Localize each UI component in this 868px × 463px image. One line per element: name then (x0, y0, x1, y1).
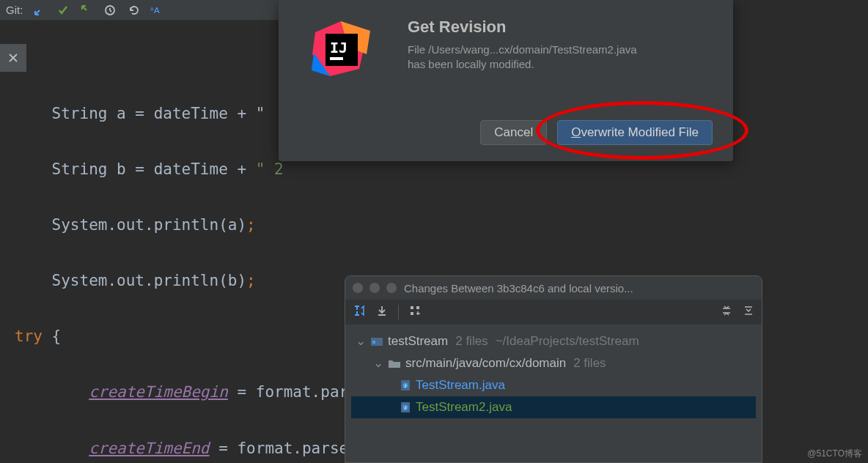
code-line: System.out.println(a); (15, 211, 868, 239)
git-toolbar: Git: ᴬA (0, 0, 279, 21)
tree-file-name: TestStream.java (416, 374, 505, 396)
get-revision-dialog: IJ Get Revision File /Users/wang...cx/do… (279, 0, 733, 161)
git-translate-icon[interactable]: ᴬA (150, 4, 163, 17)
svg-rect-13 (372, 341, 375, 344)
tree-file-selected[interactable]: J TestStream2.java (351, 396, 756, 418)
changes-toolbar (345, 300, 762, 325)
svg-text:IJ: IJ (330, 39, 347, 56)
cancel-button[interactable]: Cancel (480, 120, 547, 145)
folder-icon (388, 358, 401, 369)
git-rollback-icon[interactable] (127, 4, 140, 17)
tree-dir-count: 2 files (573, 352, 606, 374)
tree-root-count: 2 files (455, 330, 488, 352)
tree-root-path: ~/IdeaProjects/testStream (496, 330, 639, 352)
collapse-icon[interactable] (743, 305, 754, 319)
watermark: @51CTO博客 (807, 448, 862, 460)
download-icon[interactable] (376, 305, 388, 319)
tab-close-button[interactable] (0, 44, 26, 72)
svg-rect-7 (330, 57, 343, 60)
changes-titlebar[interactable]: Changes Between 3b3c84c6 and local versi… (345, 276, 762, 300)
chevron-down-icon[interactable]: ⌄ (356, 330, 366, 352)
editor-gutter-top (0, 21, 279, 63)
tree-root[interactable]: ⌄ testStream 2 files ~/IdeaProjects/test… (351, 330, 756, 352)
changes-title: Changes Between 3b3c84c6 and local versi… (404, 282, 754, 295)
java-file-icon: J (400, 401, 411, 413)
git-update-icon[interactable] (33, 4, 46, 17)
svg-text:J: J (404, 406, 406, 410)
dialog-message: File /Users/wang...cx/domain/TestStream2… (408, 42, 716, 72)
window-traffic-lights[interactable] (353, 283, 397, 293)
git-commit-icon[interactable] (56, 4, 70, 17)
tree-root-name: testStream (388, 330, 448, 352)
svg-text:J: J (404, 384, 406, 388)
dialog-buttons: Cancel Overwrite Modified File (480, 120, 713, 145)
git-push-icon[interactable] (80, 4, 93, 17)
tree-dir-name: src/main/java/com/cx/domain (405, 352, 566, 374)
changes-tree: ⌄ testStream 2 files ~/IdeaProjects/test… (345, 325, 762, 424)
git-history-icon[interactable] (103, 4, 117, 17)
tree-file[interactable]: J TestStream.java (351, 374, 756, 396)
toolbar-separator (398, 305, 399, 319)
svg-rect-12 (371, 338, 376, 340)
svg-text:ᴬA: ᴬA (150, 6, 160, 15)
group-icon[interactable] (409, 305, 421, 319)
svg-rect-8 (411, 306, 413, 309)
module-icon (370, 336, 383, 347)
git-label: Git: (6, 4, 23, 16)
svg-rect-10 (411, 312, 413, 315)
overwrite-button[interactable]: Overwrite Modified File (557, 120, 713, 145)
changes-tool-window: Changes Between 3b3c84c6 and local versi… (345, 275, 762, 463)
diff-icon[interactable] (353, 305, 366, 319)
intellij-logo-icon: IJ (308, 18, 374, 84)
dialog-title: Get Revision (408, 18, 506, 37)
svg-rect-9 (416, 306, 419, 309)
chevron-down-icon[interactable]: ⌄ (373, 352, 383, 374)
tree-dir[interactable]: ⌄ src/main/java/com/cx/domain 2 files (351, 352, 756, 374)
tree-file-name: TestStream2.java (416, 396, 512, 418)
expand-icon[interactable] (721, 305, 732, 319)
java-file-icon: J (400, 379, 411, 391)
